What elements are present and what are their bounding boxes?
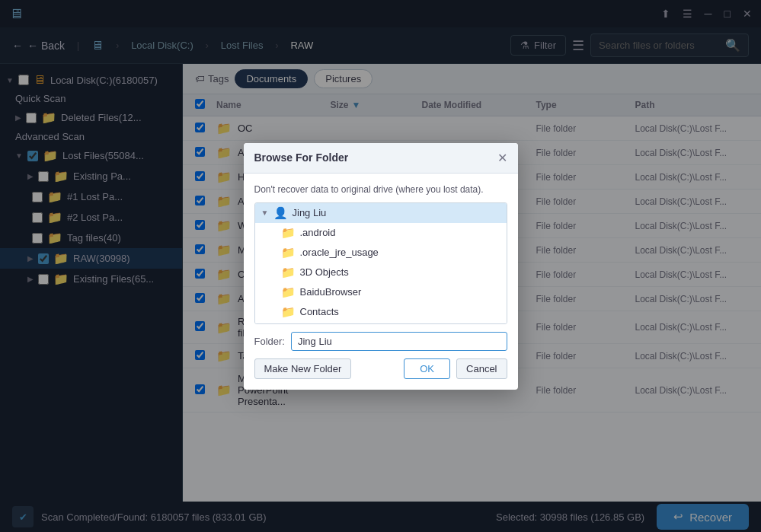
tree-3d-label: 3D Objects: [300, 266, 349, 278]
tree-folder-oracle-icon: 📁: [281, 246, 296, 260]
tree-android-label: .android: [300, 227, 336, 238]
tree-baidu-label: BaiduBrowser: [300, 286, 362, 298]
dialog-cancel-button[interactable]: Cancel: [456, 358, 507, 379]
tree-oracle-label: .oracle_jre_usage: [300, 247, 379, 258]
tree-folder-contacts-icon: 📁: [281, 305, 296, 319]
dialog-buttons: Make New Folder OK Cancel: [254, 358, 507, 379]
tree-item-oracle[interactable]: 📁 .oracle_jre_usage: [255, 243, 507, 263]
dialog-body: Don't recover data to original drive (wh…: [244, 174, 518, 390]
folder-label: Folder:: [254, 336, 285, 347]
dialog-folder-tree[interactable]: ▼ 👤 Jing Liu 📁 .android 📁 .oracle_jre_us…: [254, 202, 507, 324]
tree-item-baidu[interactable]: 📁 BaiduBrowser: [255, 282, 507, 302]
tree-expander-root: ▼: [261, 209, 269, 217]
dialog-folder-row: Folder:: [254, 332, 507, 351]
tree-item-contacts[interactable]: 📁 Contacts: [255, 302, 507, 322]
browse-folder-dialog: Browse For Folder ✕ Don't recover data t…: [244, 143, 518, 390]
tree-item-3d[interactable]: 📁 3D Objects: [255, 263, 507, 282]
dialog-ok-cancel: OK Cancel: [404, 358, 507, 379]
tree-item-android[interactable]: 📁 .android: [255, 223, 507, 243]
dialog-warning-text: Don't recover data to original drive (wh…: [254, 184, 507, 195]
tree-folder-android-icon: 📁: [281, 226, 296, 240]
tree-root-label: Jing Liu: [293, 207, 327, 218]
tree-folder-baidu-icon: 📁: [281, 285, 296, 299]
dialog-title: Browse For Folder: [254, 151, 349, 164]
dialog-close-button[interactable]: ✕: [497, 151, 507, 165]
dialog-title-bar: Browse For Folder ✕: [244, 143, 518, 174]
tree-item-desktop[interactable]: ▶ 📁 Desktop: [255, 322, 507, 324]
dialog-overlay: Browse For Folder ✕ Don't recover data t…: [0, 0, 761, 532]
folder-input[interactable]: [291, 332, 507, 351]
dialog-ok-button[interactable]: OK: [404, 358, 450, 379]
make-new-folder-button[interactable]: Make New Folder: [254, 358, 352, 379]
tree-user-icon: 👤: [273, 206, 288, 220]
tree-folder-3d-icon: 📁: [281, 266, 296, 279]
tree-item-root[interactable]: ▼ 👤 Jing Liu: [255, 203, 507, 223]
tree-contacts-label: Contacts: [300, 306, 339, 317]
